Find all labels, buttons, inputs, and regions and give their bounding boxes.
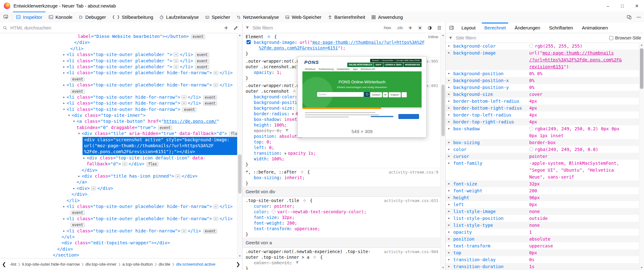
tab-inspektor[interactable]: Inspektor [13, 12, 45, 23]
expander-arrow[interactable]: ▶ [62, 64, 66, 70]
computed-scrollbar[interactable]: ▲ ▼ [639, 43, 644, 270]
event-badge[interactable]: event [195, 59, 209, 64]
scrollbar-thumb[interactable] [238, 154, 242, 194]
inline-expander[interactable]: ⋯ [91, 186, 96, 190]
selector-highlighter-icon[interactable] [292, 89, 296, 93]
css-declaration[interactable]: font-size: 32px; [246, 215, 438, 220]
computed-property[interactable]: ▶list-style-positionoutside [446, 215, 639, 222]
html-search-input[interactable] [10, 25, 221, 31]
markup-line[interactable]: </a> [0, 179, 237, 185]
expander-arrow[interactable]: ▶ [448, 160, 450, 167]
browser-styles-toggle[interactable]: Browser-Stile [609, 35, 641, 40]
computed-property[interactable]: ▶background-colorrgb(255, 255, 255) [446, 43, 639, 49]
markup-line[interactable]: </section> [0, 252, 237, 258]
class-toggle-button[interactable]: .cls [397, 25, 403, 30]
scrollbar-thumb[interactable] [640, 48, 643, 89]
event-badge[interactable]: event [203, 229, 217, 234]
expander-arrow[interactable]: ▶ [62, 58, 66, 64]
expand-value-icon[interactable] [285, 152, 286, 155]
tab-änderungen[interactable]: Änderungen [510, 23, 545, 33]
scroll-down-icon[interactable]: ▼ [441, 265, 445, 270]
computed-property[interactable]: ▶opacity1 [446, 229, 639, 236]
breadcrumb-item[interactable]: div.screenshot.active [174, 262, 217, 267]
css-declaration[interactable]: transition: opacity 1s; [246, 150, 438, 156]
expander-arrow[interactable]: ▶ [448, 43, 450, 49]
computed-property[interactable]: ▶border-bottom-right-radius4px [446, 105, 639, 112]
computed-property[interactable]: ▶left0px [446, 201, 639, 208]
markup-line[interactable]: ▶<li class="top-site-outer hide-for-narr… [0, 228, 237, 234]
expander-arrow[interactable]: ▶ [448, 125, 450, 132]
event-badge[interactable]: event [71, 77, 85, 82]
selector-highlighter-icon[interactable] [267, 35, 271, 39]
computed-filter-input[interactable] [455, 35, 607, 41]
expander-arrow[interactable]: ▶ [448, 146, 450, 153]
tab-animationen[interactable]: Animationen [577, 23, 612, 33]
expander-arrow[interactable]: ▶ [448, 229, 450, 236]
markup-line[interactable]: ▶<li class="top-site-outer placeholder h… [0, 204, 237, 210]
event-badge[interactable]: event [158, 126, 172, 130]
maximize-button[interactable]: □ [615, 0, 630, 12]
tab-schriftarten[interactable]: Schriftarten [545, 23, 577, 33]
expander-arrow[interactable]: ▶ [62, 94, 66, 100]
markup-line[interactable]: </li> [0, 46, 237, 52]
markup-line[interactable]: event [0, 88, 237, 94]
markup-line[interactable]: event [0, 222, 237, 228]
light-theme-icon[interactable] [418, 26, 422, 30]
expander-arrow[interactable]: ▶ [448, 112, 450, 118]
expander-arrow[interactable]: ▼ [62, 106, 66, 112]
computed-property[interactable]: ▶background-sizecover [446, 91, 639, 98]
tab-laufzeitanalyse[interactable]: Laufzeitanalyse [156, 12, 202, 23]
expander-arrow[interactable]: ▶ [72, 185, 76, 191]
computed-property[interactable]: ▶positionabsolute [446, 236, 639, 242]
markup-line[interactable]: label="Diese Website bearbeiten"></butto… [0, 34, 237, 39]
close-button[interactable]: ✕ [630, 0, 644, 12]
computed-property[interactable]: ▶text-transformuppercase [446, 242, 639, 249]
css-declaration[interactable]: cursor: pointer; [246, 203, 438, 209]
expander-arrow[interactable]: ▶ [448, 242, 450, 249]
pick-element-button[interactable] [0, 12, 11, 23]
css-declaration[interactable]: width: 100%; [246, 156, 438, 162]
scroll-up-icon[interactable]: ▲ [441, 33, 445, 38]
expander-arrow[interactable]: ▶ [448, 194, 450, 201]
markup-line[interactable]: %2Fde.pons.com%2F&revision=6151");"></di… [0, 149, 237, 155]
inline-expander[interactable]: ⋯ [173, 53, 178, 57]
expander-arrow[interactable]: ▼ [77, 131, 81, 137]
markup-line[interactable]: </ul> [0, 234, 237, 240]
event-badge[interactable]: event [182, 107, 196, 112]
computed-property[interactable]: ▶box-shadowrgba(249, 249, 250, 0.2) 0px … [446, 125, 639, 139]
tab-stilbearbeitung[interactable]: { }Stilbearbeitung [109, 12, 157, 23]
expander-arrow[interactable]: ▶ [448, 49, 450, 56]
markup-line[interactable]: ▼<div class="top-site-inner"> [0, 112, 237, 118]
expand-sidebar-button[interactable] [446, 23, 457, 33]
inline-expander[interactable]: ⋯ [173, 65, 178, 69]
selector-highlighter-icon[interactable] [300, 170, 304, 174]
stylesheet-link[interactable]: activity-stream.css:631 [384, 198, 438, 204]
inline-expander[interactable]: ⋯ [181, 229, 186, 233]
expander-arrow[interactable]: ▶ [62, 52, 66, 58]
computed-property[interactable]: ▶background-position-y0% [446, 84, 639, 91]
expander-arrow[interactable]: ▶ [448, 187, 450, 194]
css-declaration[interactable]: text-transform: uppercase; [246, 226, 438, 231]
markup-line[interactable]: event [0, 210, 237, 215]
computed-property[interactable]: ▶top0px [446, 249, 639, 256]
tab-web-speicher[interactable]: Web-Speicher [282, 12, 325, 23]
markup-line[interactable]: tabindex="0" draggable="true">event [0, 125, 237, 131]
expander-arrow[interactable]: ▶ [448, 249, 450, 256]
expander-arrow[interactable]: ▶ [448, 180, 450, 187]
markup-line[interactable]: fallback="d">⋯</div>flex [0, 161, 237, 167]
color-swatch[interactable] [529, 147, 533, 151]
computed-property[interactable]: ▶list-style-typenone [446, 222, 639, 229]
expander-arrow[interactable]: ▶ [448, 105, 450, 112]
expander-arrow[interactable]: ▶ [448, 139, 450, 146]
tab-debugger[interactable]: Debugger [76, 12, 109, 23]
breadcrumb-item[interactable]: div.tile [157, 262, 172, 267]
expander-arrow[interactable]: ▶ [448, 236, 450, 242]
css-declaration[interactable]: font-weight: 200; [246, 220, 438, 226]
inline-expander[interactable]: ⋯ [213, 217, 218, 221]
rule-selector[interactable]: Element { [246, 34, 438, 39]
computed-property[interactable]: ▶colorrgba(249, 249, 250, 0.8) [446, 146, 639, 153]
color-scheme-icon[interactable] [428, 26, 432, 30]
inline-expander[interactable]: ⋯ [181, 95, 186, 99]
scroll-down-icon[interactable]: ▼ [639, 265, 644, 270]
markup-line[interactable]: </div> [0, 39, 237, 45]
